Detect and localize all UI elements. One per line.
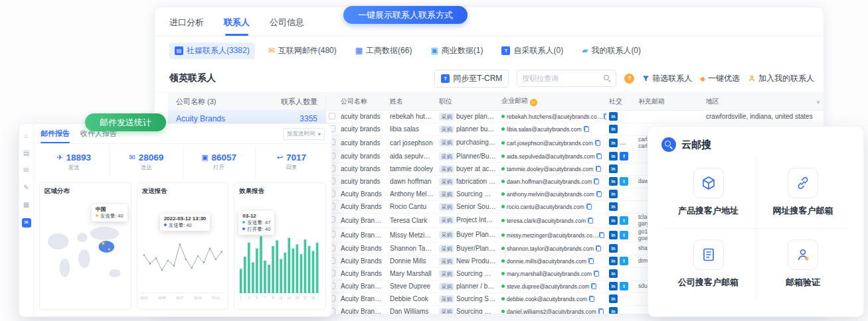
- tile-url-search[interactable]: 网址搜客户邮箱: [756, 157, 850, 229]
- mini-sidebar: ⌂ ▤ ✉ ✎ ▦ ✉: [19, 124, 34, 316]
- twitter-icon[interactable]: t: [620, 231, 628, 239]
- twitter-icon[interactable]: t: [620, 177, 628, 186]
- chip-self-collected[interactable]: T自采联系人(0): [496, 42, 568, 59]
- copy-icon[interactable]: [594, 271, 599, 277]
- tab-contacts[interactable]: 联系人: [224, 17, 250, 36]
- valid-dot-icon: [501, 247, 505, 250]
- email-stats-badge: 邮件发送统计: [85, 113, 166, 131]
- home-icon[interactable]: ⌂: [24, 132, 28, 140]
- tile-company-search[interactable]: 公司搜客户邮箱: [661, 229, 756, 300]
- stat-value: 86057: [212, 153, 237, 162]
- sync-tcrm-button[interactable]: T同步至T-CRM: [434, 70, 509, 88]
- copy-icon[interactable]: [584, 126, 589, 132]
- linkedin-icon[interactable]: in: [609, 257, 618, 265]
- name-cell: libia salas: [387, 123, 436, 135]
- email-cell: daniel.williams2@acuitybrands.com: [499, 305, 606, 314]
- tab-company-info[interactable]: 公司信息: [270, 17, 304, 36]
- edit-icon[interactable]: ✎: [23, 184, 29, 192]
- facebook-icon[interactable]: f: [620, 152, 628, 160]
- copy-icon[interactable]: [596, 245, 601, 251]
- valid-dot-icon: [501, 155, 505, 158]
- report-icon[interactable]: ▤: [23, 149, 29, 157]
- email-stats-body: 邮件报告 收件人报告 按发送时间▾ ✈18893 发送 ✉28069 送达 ▣8…: [34, 124, 331, 316]
- add-to-my-contacts-button[interactable]: 加入我的联系人: [748, 73, 814, 84]
- name-cell: tammie dooley: [387, 162, 436, 175]
- sync-tcrm-label: 同步至T-CRM: [453, 73, 502, 84]
- row-checkbox[interactable]: [329, 113, 335, 119]
- linkedin-icon[interactable]: in: [609, 190, 618, 198]
- linkedin-icon[interactable]: in: [609, 139, 618, 147]
- mail-active-icon[interactable]: ✉: [22, 218, 31, 227]
- copy-icon[interactable]: [594, 178, 599, 184]
- copy-icon[interactable]: [595, 140, 600, 146]
- copy-icon[interactable]: [586, 204, 592, 210]
- filter-contacts-button[interactable]: 筛选联系人: [642, 73, 692, 84]
- tab-import-analysis[interactable]: 进口分析: [169, 17, 204, 36]
- contact-row[interactable]: acuity brandsrebekah hutchens采购buyer pla…: [326, 110, 824, 123]
- copy-icon[interactable]: [599, 232, 604, 238]
- contact-method-badge: 一键展示联系人联系方式: [343, 6, 468, 24]
- position-tag: 采购: [439, 203, 454, 211]
- linkedin-icon[interactable]: in: [609, 282, 618, 290]
- linkedin-icon[interactable]: in: [609, 307, 618, 314]
- linkedin-icon[interactable]: in: [609, 177, 618, 186]
- linkedin-icon[interactable]: in: [609, 231, 618, 239]
- name-cell: Anthony Melvin: [387, 188, 436, 200]
- chip-social-contacts[interactable]: ▤社媒联系人(3382): [169, 42, 255, 59]
- twitter-icon[interactable]: t: [630, 139, 636, 147]
- tile-product-search[interactable]: 产品搜客户地址: [661, 157, 756, 229]
- copy-icon[interactable]: [596, 166, 601, 172]
- chip-my-contacts[interactable]: ▰我的联系人(0): [576, 42, 646, 59]
- mail-icon[interactable]: ✉: [23, 166, 29, 174]
- sparkle-icon: ◆: [700, 75, 705, 82]
- tile-email-verify[interactable]: 邮箱验证: [756, 229, 850, 300]
- quick-pick-button[interactable]: ◆一键优选: [700, 73, 740, 84]
- linkedin-icon[interactable]: in: [609, 152, 618, 160]
- position-tag: 采购: [439, 231, 454, 239]
- help-icon[interactable]: ?: [624, 74, 634, 84]
- linkedin-icon[interactable]: in: [609, 294, 618, 303]
- stat-replied: ↩7017 回复: [255, 145, 327, 178]
- tab-mail-report[interactable]: 邮件报告: [41, 129, 70, 143]
- chip-commercial-data[interactable]: ▣商业数据(1): [425, 42, 488, 59]
- copy-icon[interactable]: [596, 191, 602, 197]
- email-hint-icon[interactable]: ☺: [530, 99, 537, 106]
- world-map: [41, 207, 130, 306]
- copy-icon[interactable]: [588, 258, 594, 264]
- funnel-icon: [642, 75, 650, 82]
- chip-business-registry[interactable]: ▦工商数据(66): [350, 42, 418, 59]
- linkedin-icon[interactable]: in: [609, 125, 618, 133]
- column-filter-icon[interactable]: ▼: [816, 99, 821, 105]
- email-cell: carl.josephson@acuitybrands.com: [499, 135, 606, 150]
- email-stats-window: ⌂ ▤ ✉ ✎ ▦ ✉ 邮件报告 收件人报告 按发送时间▾ ✈18893 发送: [19, 123, 332, 317]
- contact-count: 3355: [300, 114, 317, 123]
- twitter-icon[interactable]: t: [620, 282, 628, 290]
- twitter-icon[interactable]: t: [620, 257, 628, 265]
- linkedin-icon[interactable]: in: [609, 202, 618, 211]
- copy-icon[interactable]: [591, 283, 596, 289]
- time-filter-select[interactable]: 按发送时间▾: [283, 128, 325, 140]
- copy-icon[interactable]: [589, 296, 594, 302]
- twitter-icon[interactable]: t: [620, 216, 628, 225]
- search-icon[interactable]: [603, 74, 611, 82]
- position-search-input[interactable]: [522, 74, 603, 82]
- linkedin-icon[interactable]: in: [609, 216, 618, 225]
- position-cell: 采购Sourcing Specialist: [436, 292, 499, 305]
- chip-internet-email[interactable]: ✉互联网邮件(480): [263, 42, 342, 59]
- copy-icon[interactable]: [598, 308, 604, 314]
- svg-text:3: 3: [248, 296, 250, 300]
- stat-value: 28069: [139, 153, 164, 162]
- linkedin-icon[interactable]: in: [609, 269, 618, 278]
- linkedin-icon[interactable]: in: [609, 244, 618, 253]
- copy-icon[interactable]: [588, 218, 593, 224]
- grid-icon[interactable]: ▦: [23, 201, 29, 209]
- person-add-icon: [748, 74, 756, 82]
- tile-label: 邮箱验证: [786, 277, 820, 289]
- linkedin-icon[interactable]: in: [609, 112, 618, 121]
- copy-icon[interactable]: [596, 153, 602, 159]
- linkedin-icon[interactable]: in: [609, 164, 618, 173]
- extra-email-cell: [636, 110, 703, 123]
- copy-icon[interactable]: [604, 113, 606, 119]
- position-tag: 采购: [439, 216, 454, 224]
- company-list-header: 公司名称 (3) 联系人数量: [168, 93, 325, 110]
